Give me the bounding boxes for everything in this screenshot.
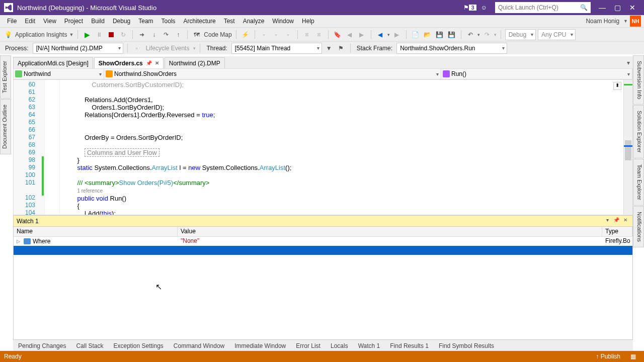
col-name[interactable]: Name xyxy=(14,227,178,236)
watch-name: Where xyxy=(33,238,50,245)
step-over-icon[interactable]: ↷ xyxy=(161,30,171,40)
thread-label: Thread: xyxy=(204,45,229,52)
menu-project[interactable]: Project xyxy=(60,17,87,26)
standard-toolbar: 💡 Application Insights ▼ ▶ ⏸ ↻ ➜ ↓ ↷ ↑ 🗺… xyxy=(0,27,644,41)
doc-tab[interactable]: ShowOrders.cs📌✕ xyxy=(94,57,164,68)
config-combo[interactable]: Debug xyxy=(505,29,536,40)
thread-filter-icon[interactable]: ▼ xyxy=(324,43,334,53)
menu-tools[interactable]: Tools xyxy=(157,17,180,26)
frame-combo[interactable]: Northwind.ShowOrders.Run xyxy=(396,43,507,54)
app-insights-button[interactable]: Application Insights xyxy=(15,31,67,38)
user-avatar[interactable]: NH xyxy=(630,16,641,27)
btab-find-results[interactable]: Find Results 1 xyxy=(385,340,434,351)
col-type[interactable]: Type xyxy=(602,227,632,236)
bookmark-icon[interactable]: 🔖 xyxy=(333,30,343,40)
quick-launch-input[interactable]: 🔍 xyxy=(495,2,591,13)
pin-icon[interactable]: 📌 xyxy=(146,60,152,66)
watch-row-empty[interactable] xyxy=(14,246,632,255)
doc-tab[interactable]: Northwind (2).DMP xyxy=(165,57,225,68)
publish-button[interactable]: ↑ Publish xyxy=(592,353,624,360)
thread-flag-icon[interactable]: ⚑ xyxy=(336,43,346,53)
lightbulb-icon[interactable]: 💡 xyxy=(3,30,13,40)
intellitrace-icon[interactable]: ⚡ xyxy=(240,30,251,40)
thread-combo[interactable]: [55452] Main Thread xyxy=(231,43,322,54)
menu-team[interactable]: Team xyxy=(134,17,157,26)
btab-call-stack[interactable]: Call Stack xyxy=(71,340,108,351)
doc-tab[interactable]: ApplicationMdi.cs [Design] xyxy=(13,57,93,68)
tab-overflow-icon[interactable]: ▾ xyxy=(624,57,633,68)
menu-help[interactable]: Help xyxy=(298,17,318,26)
vertical-scrollbar[interactable] xyxy=(623,80,632,215)
nav-project-combo[interactable]: Northwind xyxy=(14,69,104,79)
code-map-button[interactable]: Code Map xyxy=(204,31,231,38)
autohide-icon[interactable]: 📌 xyxy=(612,217,620,225)
window-title: Northwind (Debugging) - Microsoft Visual… xyxy=(17,4,156,12)
restore-button[interactable]: ▢ xyxy=(610,4,625,12)
side-tab-notifications[interactable]: Notifications xyxy=(633,206,644,247)
code-editor[interactable]: + − 606162636465666768699899100101102103… xyxy=(13,79,633,215)
restart-button[interactable]: ↻ xyxy=(118,30,128,40)
menu-window[interactable]: Window xyxy=(268,17,298,26)
minimize-button[interactable]: — xyxy=(595,4,610,12)
platform-combo[interactable]: Any CPU xyxy=(538,29,576,40)
step-out-icon[interactable]: ↑ xyxy=(173,30,183,40)
close-tab-icon[interactable]: ✕ xyxy=(155,60,159,66)
feedback-icon[interactable]: ☺ xyxy=(479,3,489,13)
frame-label: Stack Frame: xyxy=(355,45,394,52)
titlebar: Northwind (Debugging) - Microsoft Visual… xyxy=(0,0,644,15)
btab-error-list[interactable]: Error List xyxy=(291,340,326,351)
menu-test[interactable]: Test xyxy=(220,17,239,26)
menu-view[interactable]: View xyxy=(39,17,60,26)
watch-value: "None" xyxy=(178,237,602,246)
menu-analyze[interactable]: Analyze xyxy=(239,17,269,26)
save-all-icon[interactable]: 💾 xyxy=(447,30,457,40)
new-icon[interactable]: 📄 xyxy=(411,30,421,40)
watch-row[interactable]: ▷ Where "None" Firefly.Bo xyxy=(14,237,632,246)
btab-pending-changes[interactable]: Pending Changes xyxy=(13,340,71,351)
menu-debug[interactable]: Debug xyxy=(109,17,134,26)
menu-architecture[interactable]: Architecture xyxy=(180,17,220,26)
code-map-icon[interactable]: 🗺 xyxy=(192,30,202,40)
user-name[interactable]: Noam Honig xyxy=(586,18,621,25)
side-tab-document-outline[interactable]: Document Outline xyxy=(0,99,11,154)
split-icon[interactable]: ⬍ xyxy=(613,82,621,90)
close-button[interactable]: ✕ xyxy=(625,4,640,12)
close-panel-icon[interactable]: ✕ xyxy=(621,217,629,225)
btab-locals[interactable]: Locals xyxy=(326,340,353,351)
scroll-marker xyxy=(624,145,632,147)
code-navbar: Northwind Northwind.ShowOrders Run() xyxy=(13,68,633,79)
side-tab-solution-explorer[interactable]: Solution Explorer xyxy=(633,105,644,158)
btab-find-symbol[interactable]: Find Symbol Results xyxy=(434,340,499,351)
status-menu-icon[interactable]: ▦ xyxy=(626,353,640,360)
expand-icon[interactable]: ▷ xyxy=(17,239,22,244)
col-value[interactable]: Value xyxy=(178,227,602,236)
btab-watch1[interactable]: Watch 1 xyxy=(353,340,385,351)
btab-command-window[interactable]: Command Window xyxy=(169,340,229,351)
undo-icon[interactable]: ↶ xyxy=(465,30,475,40)
scrollbar-thumb[interactable] xyxy=(625,140,631,160)
step-into-icon[interactable]: ↓ xyxy=(149,30,159,40)
btab-exception-settings[interactable]: Exception Settings xyxy=(108,340,168,351)
side-tab-team-explorer[interactable]: Team Explorer xyxy=(633,159,644,206)
back-icon[interactable]: ◀ xyxy=(375,30,385,40)
process-combo[interactable]: [N/A] Northwind (2).DMP xyxy=(33,43,123,54)
code-content[interactable]: Customers.SortByCustomerID); Relations.A… xyxy=(60,80,623,215)
btab-immediate-window[interactable]: Immediate Window xyxy=(229,340,291,351)
menu-build[interactable]: Build xyxy=(87,17,109,26)
window-position-icon[interactable]: ▾ xyxy=(603,217,611,225)
side-tab-test-explorer[interactable]: Test Explorer xyxy=(0,55,11,99)
continue-button[interactable]: ▶ xyxy=(82,30,92,40)
watch-grid[interactable]: Name Value Type ▷ Where "None" Firefly.B… xyxy=(14,227,632,339)
stop-button[interactable] xyxy=(106,30,116,40)
next-statement-icon[interactable]: ➜ xyxy=(137,30,147,40)
side-tab-subversion[interactable]: Subversion Info xyxy=(633,55,644,105)
watch-titlebar[interactable]: Watch 1 ▾ 📌 ✕ xyxy=(14,216,632,227)
nav-member-combo[interactable]: Run() xyxy=(441,69,632,79)
menu-file[interactable]: File xyxy=(3,17,21,26)
open-icon[interactable]: 📂 xyxy=(423,30,433,40)
save-icon[interactable]: 💾 xyxy=(435,30,445,40)
nav-class-combo[interactable]: Northwind.ShowOrders xyxy=(104,69,441,79)
statusbar: Ready ↑ Publish ▦ xyxy=(0,351,644,362)
menu-edit[interactable]: Edit xyxy=(21,17,39,26)
flag-icon[interactable]: ⚑3 xyxy=(465,3,475,13)
